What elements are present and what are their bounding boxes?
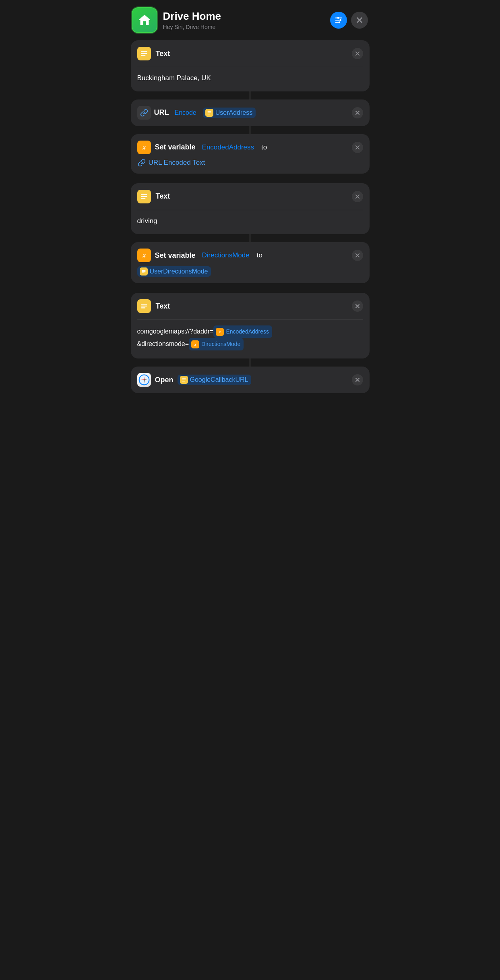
app-icon [132, 7, 157, 33]
svg-rect-22 [141, 198, 145, 199]
google-maps-text: comgooglemaps://?daddr=𝑥EncodedAddress&d… [137, 325, 363, 350]
connector-3 [250, 234, 250, 242]
spacer-2 [131, 283, 370, 293]
filter-button[interactable] [330, 12, 347, 29]
svg-point-5 [337, 17, 339, 19]
encoded-address-token-text: EncodedAddress [226, 327, 269, 337]
svg-rect-43 [182, 380, 186, 381]
close-icon [357, 17, 362, 23]
close-small-icon-7 [355, 378, 360, 382]
set-var-1-to: to [261, 143, 267, 151]
svg-rect-8 [141, 51, 147, 52]
url-encoded-text: URL Encoded Text [149, 159, 205, 167]
set-var-2-row2: UserDirectionsMode [137, 266, 363, 277]
connector-2 [250, 126, 250, 134]
header-title: Drive Home [163, 10, 324, 23]
token-lines-icon-3 [182, 377, 186, 382]
text-card-1: Text Buckingham Palace, UK [131, 40, 370, 91]
text-card-2-header: Text [131, 183, 370, 210]
svg-rect-13 [207, 111, 211, 112]
svg-rect-29 [142, 273, 145, 273]
header-buttons [330, 12, 368, 29]
close-small-icon-5 [355, 253, 360, 257]
url-encode-variable-text: UserAddress [215, 109, 252, 116]
link-icon-badge [137, 106, 151, 120]
header: Drive Home Hey Siri, Drive Home [125, 0, 375, 40]
set-var-1-close[interactable] [352, 142, 363, 153]
var-icon-badge-2: 𝑥 [137, 249, 151, 262]
close-button[interactable] [351, 12, 368, 29]
svg-rect-42 [182, 379, 186, 379]
link-icon-badge-2 [137, 158, 146, 167]
text-icon-3 [137, 299, 151, 313]
svg-rect-21 [141, 196, 147, 197]
set-var-2-prefix: Set variable [155, 251, 196, 260]
set-var-2-value-token: UserDirectionsMode [137, 266, 211, 277]
link-icon [140, 109, 148, 117]
svg-rect-31 [141, 306, 147, 307]
set-var-2-row1: 𝑥 Set variable DirectionsMode to [137, 249, 363, 262]
token-icon-orange-1: 𝑥 [216, 328, 224, 336]
x-icon-1: 𝑥 [143, 144, 145, 151]
google-callback-text: GoogleCallbackURL [190, 376, 248, 383]
set-var-1-row2: URL Encoded Text [137, 158, 363, 167]
token-lines-icon-2 [141, 269, 146, 274]
safari-compass-icon [138, 374, 150, 385]
svg-rect-32 [141, 307, 145, 308]
svg-point-2 [339, 19, 341, 21]
url-encode-card: URL Encode UserAddress [131, 99, 370, 126]
lines-icon-2 [140, 193, 148, 201]
set-var-2-value-text: UserDirectionsMode [150, 268, 208, 275]
token-icon-yellow-3 [180, 376, 188, 384]
encoded-address-token: 𝑥EncodedAddress [213, 325, 272, 338]
text-card-1-title: Text [156, 50, 170, 58]
directions-mode-token: 𝑥DirectionsMode [189, 338, 244, 350]
set-var-2-to: to [257, 251, 262, 259]
open-card: Open GoogleCallbackURL [131, 367, 370, 393]
text-card-2-close[interactable] [352, 191, 363, 202]
set-var-card-1: 𝑥 Set variable EncodedAddress to [131, 134, 370, 174]
text-card-3-header: Text [131, 293, 370, 319]
set-var-card-2: 𝑥 Set variable DirectionsMode to [131, 242, 370, 283]
safari-icon [137, 373, 151, 387]
url-encode-close[interactable] [352, 107, 363, 118]
svg-rect-44 [182, 381, 185, 382]
open-card-close[interactable] [352, 374, 363, 385]
header-text: Drive Home Hey Siri, Drive Home [163, 10, 324, 30]
open-label: Open [155, 376, 174, 384]
url-encode-url-label: URL [154, 108, 169, 117]
text-card-3: Text comgooglemaps://?daddr=𝑥EncodedAddr… [131, 293, 370, 358]
url-encode-row: URL Encode UserAddress [131, 99, 370, 126]
svg-rect-10 [141, 55, 145, 56]
text-icon-2 [137, 190, 151, 203]
set-var-2-body: 𝑥 Set variable DirectionsMode to [131, 242, 370, 283]
text-card-1-close[interactable] [352, 48, 363, 59]
googlemaps-mid: &directionsmode= [137, 340, 189, 347]
set-var-2-close[interactable] [352, 250, 363, 261]
directions-mode-token-text: DirectionsMode [201, 339, 240, 349]
svg-rect-27 [142, 270, 145, 271]
close-small-icon-3 [355, 145, 360, 149]
text-card-2: Text driving [131, 183, 370, 234]
url-encoded-token: URL Encoded Text [137, 158, 205, 167]
set-var-1-name[interactable]: EncodedAddress [200, 142, 257, 153]
close-small-icon [355, 52, 360, 56]
svg-point-4 [338, 21, 340, 23]
text-card-2-body: driving [131, 210, 370, 234]
set-var-1-prefix: Set variable [155, 143, 196, 151]
url-encode-variable: UserAddress [203, 108, 256, 118]
text-icon-1 [137, 47, 151, 60]
content: Text Buckingham Palace, UK [125, 40, 375, 409]
set-var-2-name[interactable]: DirectionsMode [200, 250, 253, 261]
text-card-3-title: Text [156, 302, 170, 311]
link-icon-2 [138, 159, 146, 167]
text-card-1-header: Text [131, 40, 370, 67]
connector-1 [250, 91, 250, 99]
token-icon-orange-2: 𝑥 [191, 340, 199, 348]
header-subtitle: Hey Siri, Drive Home [163, 24, 324, 30]
text-card-3-close[interactable] [352, 300, 363, 312]
url-encode-action[interactable]: Encode [172, 108, 200, 118]
home-icon [137, 13, 152, 27]
svg-rect-15 [207, 114, 210, 114]
var-icon-badge-1: 𝑥 [137, 141, 151, 154]
